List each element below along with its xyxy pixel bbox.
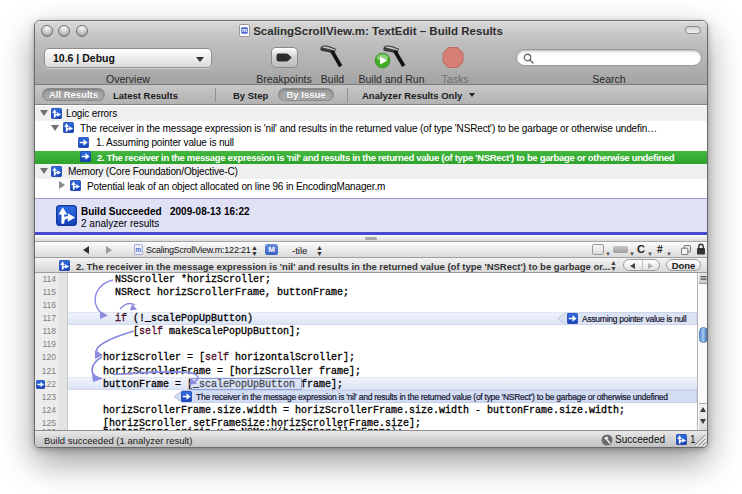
svg-text:m: m [136,246,142,253]
svg-text:m: m [242,27,247,33]
